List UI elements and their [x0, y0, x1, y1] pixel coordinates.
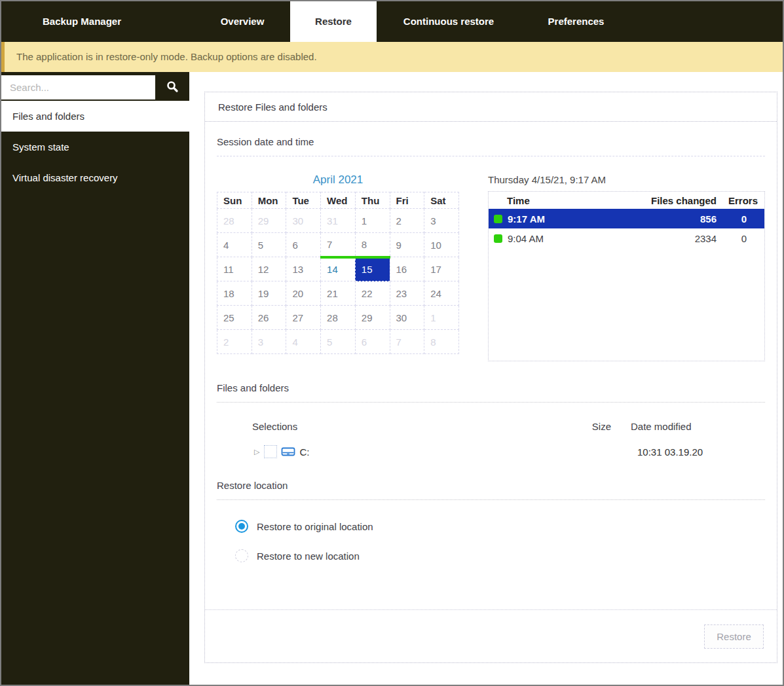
search-button[interactable] [155, 75, 189, 99]
calendar-day[interactable]: 13 [286, 257, 321, 281]
calendar-day[interactable]: 1 [424, 306, 459, 330]
panel-footer: Restore [205, 609, 777, 662]
calendar-day[interactable]: 23 [390, 281, 424, 306]
calendar-day[interactable]: 30 [286, 209, 321, 233]
nav-tab-overview[interactable]: Overview [198, 1, 287, 42]
files-section-heading: Files and folders [217, 382, 765, 403]
calendar-day[interactable]: 7 [321, 233, 356, 257]
calendar-day[interactable]: 27 [286, 306, 321, 330]
content-area: Files and foldersSystem stateVirtual dis… [1, 72, 783, 685]
calendar-day[interactable]: 5 [321, 330, 356, 354]
calendar-day[interactable]: 21 [321, 281, 356, 306]
restore-only-banner: The application is in restore-only mode.… [1, 42, 783, 72]
sidebar-item-virtual-disaster-recovery[interactable]: Virtual disaster recovery [1, 162, 189, 193]
sidebar-item-system-state[interactable]: System state [1, 132, 189, 162]
tree-header: Selections Size Date modified [217, 421, 765, 432]
calendar-day[interactable]: 8 [424, 330, 459, 354]
session-row[interactable]: 9:04 AM23340 [489, 228, 764, 248]
calendar-day[interactable]: 7 [390, 330, 424, 354]
calendar-day[interactable]: 12 [252, 257, 286, 281]
calendar-weekday: Fri [390, 192, 424, 209]
expander-icon[interactable]: ▷ [254, 448, 259, 456]
calendar-day[interactable]: 9 [390, 233, 424, 257]
session-status-icon [494, 215, 502, 223]
col-header-selections: Selections [217, 421, 572, 432]
calendar-day[interactable]: 26 [252, 306, 286, 330]
session-row[interactable]: 9:17 AM8560 [489, 209, 764, 228]
session-errors: 0 [728, 213, 764, 225]
session-errors: 0 [728, 233, 764, 244]
calendar-day[interactable]: 2 [390, 209, 424, 233]
nav-tab-preferences[interactable]: Preferences [525, 1, 627, 42]
calendar-day[interactable]: 20 [286, 281, 321, 306]
calendar-day[interactable]: 29 [252, 209, 286, 233]
calendar-day[interactable]: 31 [321, 209, 356, 233]
calendar-day-selected[interactable]: 15 [355, 257, 390, 281]
sidebar-item-files-and-folders[interactable]: Files and folders [1, 101, 189, 132]
calendar-weekday: Wed [321, 192, 356, 209]
radio-selected[interactable] [235, 520, 248, 533]
calendar-day[interactable]: 29 [355, 306, 390, 330]
calendar-day[interactable]: 18 [217, 281, 252, 306]
session-files-changed: 856 [642, 213, 728, 225]
tree-checkbox[interactable] [264, 445, 277, 458]
calendar-day[interactable]: 19 [252, 281, 286, 306]
radio-unselected[interactable] [235, 549, 248, 562]
app-window: Backup Manager OverviewRestoreContinuous… [0, 0, 784, 686]
restore-button[interactable]: Restore [704, 624, 764, 649]
calendar-day[interactable]: 8 [355, 233, 390, 257]
nav-tab-restore[interactable]: Restore [290, 1, 377, 42]
calendar-weekday: Thu [355, 192, 390, 209]
calendar-day[interactable]: 22 [355, 281, 390, 306]
calendar-day[interactable]: 30 [390, 306, 424, 330]
calendar-weekday: Sat [424, 192, 459, 209]
calendar-day[interactable]: 3 [424, 209, 459, 233]
calendar-day[interactable]: 11 [217, 257, 252, 281]
calendar-day[interactable]: 25 [217, 306, 252, 330]
calendar-month-title: April 2021 [217, 173, 459, 187]
calendar-day[interactable]: 28 [321, 306, 356, 330]
radio-option-restore-to-original-location[interactable]: Restore to original location [235, 520, 765, 533]
calendar-day[interactable]: 4 [217, 233, 252, 257]
calendar-day[interactable]: 28 [217, 209, 252, 233]
radio-option-restore-to-new-location[interactable]: Restore to new location [235, 549, 765, 562]
calendar-day[interactable]: 5 [252, 233, 286, 257]
radio-label: Restore to new location [257, 551, 360, 562]
location-section-heading: Restore location [217, 480, 765, 500]
col-header-date-modified: Date modified [631, 421, 716, 432]
calendar-weekday: Sun [217, 192, 252, 209]
calendar-day[interactable]: 1 [355, 209, 390, 233]
search-input[interactable] [1, 75, 155, 99]
sidebar-search [1, 75, 189, 99]
session-list: Thursday 4/15/21, 9:17 AM Time Files cha… [488, 173, 765, 361]
calendar-weekday: Mon [252, 192, 286, 209]
session-picker: April 2021 SunMonTueWedThuFriSat 2829303… [217, 173, 765, 361]
col-header-files-changed: Files changed [642, 195, 728, 206]
tree-row-c-drive[interactable]: ▷ C: 10:31 0 [217, 443, 765, 460]
panel-title: Restore Files and folders [205, 92, 777, 122]
search-icon [166, 80, 179, 95]
tree-node-date-modified: 10:31 03.19.20 [631, 446, 716, 458]
calendar-day-highlighted[interactable]: 14 [321, 257, 356, 281]
col-header-time: Time [489, 195, 642, 206]
session-time: 9:17 AM [489, 213, 642, 225]
calendar-day[interactable]: 24 [424, 281, 459, 306]
calendar-day[interactable]: 16 [390, 257, 424, 281]
sidebar-menu: Files and foldersSystem stateVirtual dis… [1, 101, 189, 193]
calendar-day[interactable]: 2 [217, 330, 252, 354]
calendar-day[interactable]: 6 [355, 330, 390, 354]
nav-tab-continuous-restore[interactable]: Continuous restore [388, 1, 510, 42]
main-area: Restore Files and folders Session date a… [189, 72, 783, 685]
tree-node-label[interactable]: C: [299, 446, 309, 458]
calendar-day[interactable]: 10 [424, 233, 459, 257]
tree-row-main: ▷ C: [217, 445, 572, 458]
drive-icon [281, 446, 295, 458]
top-nav: Backup Manager OverviewRestoreContinuous… [1, 1, 783, 42]
calendar-day[interactable]: 3 [252, 330, 286, 354]
calendar-day[interactable]: 6 [286, 233, 321, 257]
radio-label: Restore to original location [257, 521, 373, 532]
calendar-day[interactable]: 4 [286, 330, 321, 354]
calendar-day[interactable]: 17 [424, 257, 459, 281]
session-table-header: Time Files changed Errors [489, 192, 764, 209]
session-time: 9:04 AM [489, 233, 642, 244]
